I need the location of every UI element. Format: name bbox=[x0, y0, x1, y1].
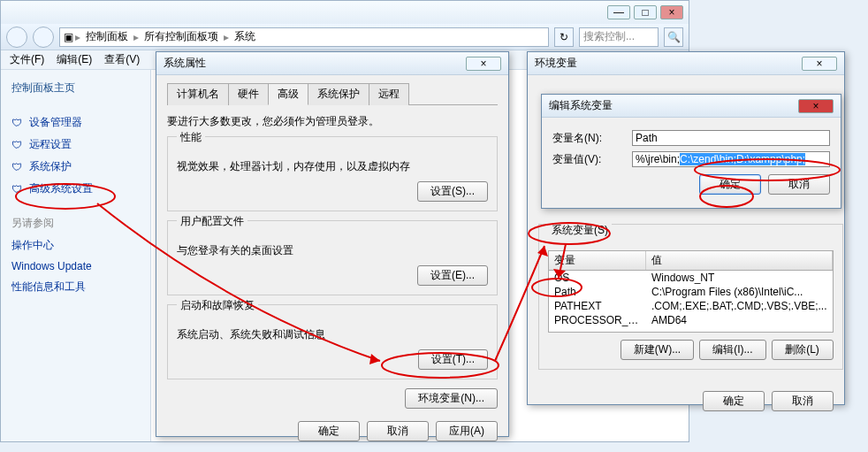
apply-button[interactable]: 应用(A) bbox=[436, 421, 498, 441]
tab-hardware[interactable]: 硬件 bbox=[228, 83, 269, 105]
tab-advanced[interactable]: 高级 bbox=[268, 83, 308, 105]
minimize-button[interactable]: — bbox=[607, 5, 630, 19]
startup-group: 启动和故障恢复 系统启动、系统失败和调试信息 设置(T)... bbox=[167, 304, 498, 379]
menu-edit[interactable]: 编辑(E) bbox=[51, 50, 97, 69]
menu-file[interactable]: 文件(F) bbox=[4, 50, 49, 69]
ok-button[interactable]: 确定 bbox=[703, 391, 765, 411]
var-name-input[interactable]: Path bbox=[632, 130, 830, 146]
search-input[interactable]: 搜索控制... bbox=[579, 27, 659, 47]
shield-icon: 🛡 bbox=[11, 161, 24, 173]
shield-icon: 🛡 bbox=[11, 183, 24, 195]
performance-group: 性能 视觉效果，处理器计划，内存使用，以及虚拟内存 设置(S)... bbox=[167, 136, 498, 211]
close-button[interactable]: × bbox=[660, 5, 683, 19]
breadcrumb[interactable]: ▣ ▸ 控制面板 ▸ 所有控制面板项 ▸ 系统 bbox=[59, 27, 549, 47]
tab-computer-name[interactable]: 计算机名 bbox=[167, 83, 229, 105]
ok-button[interactable]: 确定 bbox=[298, 421, 360, 441]
system-vars-label: 系统变量(S) bbox=[548, 223, 612, 238]
close-icon[interactable]: × bbox=[466, 57, 501, 71]
dialog-title: 环境变量 bbox=[535, 56, 577, 71]
new-button[interactable]: 新建(W)... bbox=[621, 340, 694, 360]
crumb-all-items[interactable]: 所有控制面板项 bbox=[141, 29, 222, 44]
refresh-button[interactable]: ↻ bbox=[554, 27, 574, 47]
tabs: 计算机名 硬件 高级 系统保护 远程 bbox=[167, 82, 498, 105]
list-item: OSWindows_NT bbox=[549, 271, 833, 285]
dialog-titlebar: 编辑系统变量 × bbox=[542, 95, 841, 118]
var-name-label: 变量名(N): bbox=[552, 131, 632, 146]
perf-settings-button[interactable]: 设置(S)... bbox=[417, 181, 488, 202]
back-button[interactable] bbox=[6, 27, 27, 48]
forward-button[interactable] bbox=[33, 27, 54, 48]
sidebar-protection[interactable]: 🛡 系统保护 bbox=[10, 156, 141, 178]
sidebar-home[interactable]: 控制面板主页 bbox=[10, 77, 141, 99]
profile-group: 用户配置文件 与您登录有关的桌面设置 设置(E)... bbox=[167, 220, 498, 295]
search-icon[interactable]: 🔍 bbox=[664, 27, 683, 47]
sidebar-remote[interactable]: 🛡 远程设置 bbox=[10, 134, 141, 156]
sidebar-seealso: 另请参阅 bbox=[10, 212, 141, 234]
edit-button[interactable]: 编辑(I)... bbox=[699, 340, 765, 360]
sidebar-advanced-settings[interactable]: 🛡 高级系统设置 bbox=[10, 178, 141, 200]
address-bar: ▣ ▸ 控制面板 ▸ 所有控制面板项 ▸ 系统 ↻ 搜索控制... 🔍 bbox=[1, 24, 689, 50]
tab-protection[interactable]: 系统保护 bbox=[308, 83, 369, 105]
tab-remote[interactable]: 远程 bbox=[369, 83, 409, 105]
list-item: PATHEXT.COM;.EXE;.BAT;.CMD;.VBS;.VBE;... bbox=[549, 299, 833, 313]
crumb-control-panel[interactable]: 控制面板 bbox=[82, 29, 132, 44]
explorer-titlebar: — □ × bbox=[1, 1, 689, 24]
close-icon[interactable]: × bbox=[798, 99, 834, 113]
edit-variable-dialog: 编辑系统变量 × 变量名(N): Path 变量值(V): %\jre\bin;… bbox=[541, 94, 841, 209]
sidebar-windows-update[interactable]: Windows Update bbox=[10, 257, 141, 276]
crumb-system[interactable]: 系统 bbox=[231, 29, 259, 44]
list-item-path: PathC:\Program Files (x86)\Intel\iC... bbox=[549, 285, 833, 299]
sidebar-action-center[interactable]: 操作中心 bbox=[10, 234, 141, 257]
system-vars-list[interactable]: OSWindows_NT PathC:\Program Files (x86)\… bbox=[548, 271, 834, 333]
env-var-button[interactable]: 环境变量(N)... bbox=[405, 388, 498, 409]
cancel-button[interactable]: 取消 bbox=[367, 421, 429, 441]
profile-settings-button[interactable]: 设置(E)... bbox=[417, 265, 488, 286]
delete-button[interactable]: 删除(L) bbox=[772, 340, 834, 360]
shield-icon: 🛡 bbox=[11, 117, 24, 129]
sidebar-perf-info[interactable]: 性能信息和工具 bbox=[10, 276, 141, 298]
cancel-button[interactable]: 取消 bbox=[768, 174, 830, 195]
dialog-title: 系统属性 bbox=[164, 56, 206, 71]
system-vars-group: 系统变量(S) 变量 值 OSWindows_NT PathC:\Program… bbox=[538, 224, 843, 370]
system-properties-dialog: 系统属性 × 计算机名 硬件 高级 系统保护 远程 要进行大多数更改，您必须作为… bbox=[156, 51, 509, 437]
var-value-label: 变量值(V): bbox=[552, 152, 632, 167]
cancel-button[interactable]: 取消 bbox=[772, 391, 834, 411]
dialog-titlebar: 系统属性 × bbox=[156, 52, 508, 75]
shield-icon: 🛡 bbox=[11, 139, 24, 151]
close-icon[interactable]: × bbox=[802, 57, 837, 71]
dialog-title: 编辑系统变量 bbox=[549, 98, 613, 113]
var-value-input[interactable]: %\jre\bin;C:\zend\bin;D:\xampp\php; bbox=[632, 151, 830, 167]
menu-view[interactable]: 查看(V) bbox=[99, 50, 145, 69]
admin-note: 要进行大多数更改，您必须作为管理员登录。 bbox=[167, 114, 498, 129]
startup-settings-button[interactable]: 设置(T)... bbox=[418, 349, 488, 370]
dialog-titlebar: 环境变量 × bbox=[528, 52, 844, 75]
list-header: 变量 值 bbox=[548, 250, 834, 271]
sidebar-device-manager[interactable]: 🛡 设备管理器 bbox=[10, 111, 141, 134]
sidebar: 控制面板主页 🛡 设备管理器 🛡 远程设置 🛡 系统保护 🛡 高级系统设置 另请… bbox=[1, 70, 151, 441]
ok-button[interactable]: 确定 bbox=[699, 174, 761, 195]
maximize-button[interactable]: □ bbox=[634, 5, 657, 19]
control-panel-icon: ▣ bbox=[64, 31, 73, 43]
list-item: PROCESSOR_AR...AMD64 bbox=[549, 313, 833, 327]
